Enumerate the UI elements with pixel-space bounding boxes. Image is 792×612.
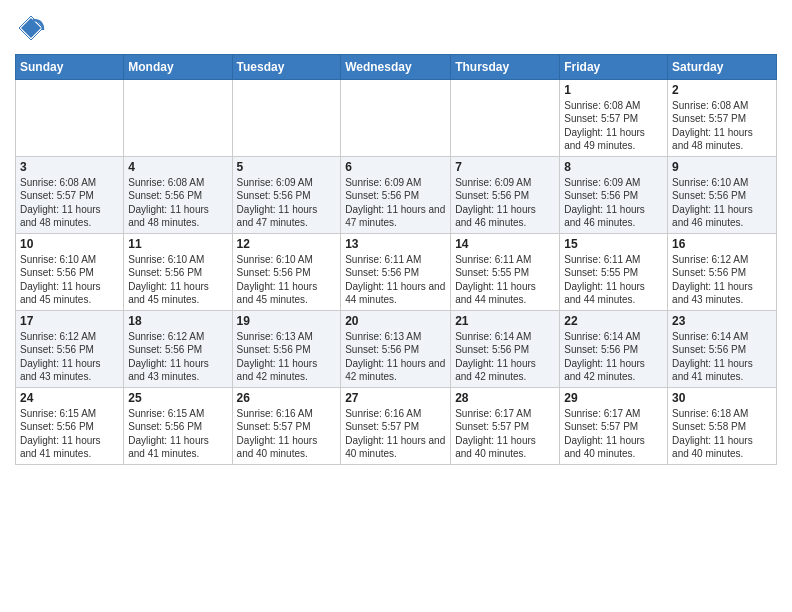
day-number: 18: [128, 314, 227, 328]
weekday-header-thursday: Thursday: [451, 54, 560, 79]
day-info: Sunrise: 6:17 AMSunset: 5:57 PMDaylight:…: [564, 407, 663, 461]
day-info: Sunrise: 6:11 AMSunset: 5:56 PMDaylight:…: [345, 253, 446, 307]
weekday-header-row: SundayMondayTuesdayWednesdayThursdayFrid…: [16, 54, 777, 79]
day-number: 26: [237, 391, 337, 405]
day-cell: 11Sunrise: 6:10 AMSunset: 5:56 PMDayligh…: [124, 233, 232, 310]
day-number: 5: [237, 160, 337, 174]
day-number: 7: [455, 160, 555, 174]
logo-icon: [17, 14, 45, 42]
day-info: Sunrise: 6:09 AMSunset: 5:56 PMDaylight:…: [237, 176, 337, 230]
day-cell: [124, 79, 232, 156]
day-number: 28: [455, 391, 555, 405]
day-number: 8: [564, 160, 663, 174]
day-cell: 23Sunrise: 6:14 AMSunset: 5:56 PMDayligh…: [668, 310, 777, 387]
day-cell: 24Sunrise: 6:15 AMSunset: 5:56 PMDayligh…: [16, 387, 124, 464]
day-number: 3: [20, 160, 119, 174]
day-cell: 25Sunrise: 6:15 AMSunset: 5:56 PMDayligh…: [124, 387, 232, 464]
day-cell: 12Sunrise: 6:10 AMSunset: 5:56 PMDayligh…: [232, 233, 341, 310]
day-info: Sunrise: 6:09 AMSunset: 5:56 PMDaylight:…: [455, 176, 555, 230]
day-info: Sunrise: 6:08 AMSunset: 5:57 PMDaylight:…: [672, 99, 772, 153]
day-info: Sunrise: 6:14 AMSunset: 5:56 PMDaylight:…: [455, 330, 555, 384]
day-cell: [451, 79, 560, 156]
day-cell: 13Sunrise: 6:11 AMSunset: 5:56 PMDayligh…: [341, 233, 451, 310]
day-info: Sunrise: 6:11 AMSunset: 5:55 PMDaylight:…: [564, 253, 663, 307]
day-cell: 22Sunrise: 6:14 AMSunset: 5:56 PMDayligh…: [560, 310, 668, 387]
header: [15, 10, 777, 46]
day-number: 9: [672, 160, 772, 174]
weekday-header-tuesday: Tuesday: [232, 54, 341, 79]
day-number: 2: [672, 83, 772, 97]
day-info: Sunrise: 6:16 AMSunset: 5:57 PMDaylight:…: [345, 407, 446, 461]
day-number: 30: [672, 391, 772, 405]
day-cell: 10Sunrise: 6:10 AMSunset: 5:56 PMDayligh…: [16, 233, 124, 310]
day-info: Sunrise: 6:17 AMSunset: 5:57 PMDaylight:…: [455, 407, 555, 461]
weekday-header-sunday: Sunday: [16, 54, 124, 79]
day-info: Sunrise: 6:09 AMSunset: 5:56 PMDaylight:…: [345, 176, 446, 230]
day-number: 27: [345, 391, 446, 405]
day-cell: 18Sunrise: 6:12 AMSunset: 5:56 PMDayligh…: [124, 310, 232, 387]
week-row-3: 10Sunrise: 6:10 AMSunset: 5:56 PMDayligh…: [16, 233, 777, 310]
day-number: 19: [237, 314, 337, 328]
day-info: Sunrise: 6:12 AMSunset: 5:56 PMDaylight:…: [128, 330, 227, 384]
day-cell: [232, 79, 341, 156]
day-number: 15: [564, 237, 663, 251]
day-info: Sunrise: 6:13 AMSunset: 5:56 PMDaylight:…: [345, 330, 446, 384]
day-cell: 21Sunrise: 6:14 AMSunset: 5:56 PMDayligh…: [451, 310, 560, 387]
logo-text: [15, 14, 45, 46]
day-info: Sunrise: 6:12 AMSunset: 5:56 PMDaylight:…: [672, 253, 772, 307]
day-cell: 9Sunrise: 6:10 AMSunset: 5:56 PMDaylight…: [668, 156, 777, 233]
logo: [15, 14, 45, 46]
day-cell: 20Sunrise: 6:13 AMSunset: 5:56 PMDayligh…: [341, 310, 451, 387]
day-info: Sunrise: 6:08 AMSunset: 5:57 PMDaylight:…: [20, 176, 119, 230]
day-number: 20: [345, 314, 446, 328]
day-cell: 3Sunrise: 6:08 AMSunset: 5:57 PMDaylight…: [16, 156, 124, 233]
day-info: Sunrise: 6:15 AMSunset: 5:56 PMDaylight:…: [128, 407, 227, 461]
day-cell: 14Sunrise: 6:11 AMSunset: 5:55 PMDayligh…: [451, 233, 560, 310]
day-number: 21: [455, 314, 555, 328]
day-cell: 4Sunrise: 6:08 AMSunset: 5:56 PMDaylight…: [124, 156, 232, 233]
day-number: 10: [20, 237, 119, 251]
day-cell: 17Sunrise: 6:12 AMSunset: 5:56 PMDayligh…: [16, 310, 124, 387]
day-info: Sunrise: 6:10 AMSunset: 5:56 PMDaylight:…: [237, 253, 337, 307]
week-row-4: 17Sunrise: 6:12 AMSunset: 5:56 PMDayligh…: [16, 310, 777, 387]
day-info: Sunrise: 6:14 AMSunset: 5:56 PMDaylight:…: [564, 330, 663, 384]
day-number: 24: [20, 391, 119, 405]
weekday-header-friday: Friday: [560, 54, 668, 79]
day-number: 1: [564, 83, 663, 97]
weekday-header-saturday: Saturday: [668, 54, 777, 79]
day-number: 13: [345, 237, 446, 251]
day-cell: 29Sunrise: 6:17 AMSunset: 5:57 PMDayligh…: [560, 387, 668, 464]
day-number: 14: [455, 237, 555, 251]
day-cell: 15Sunrise: 6:11 AMSunset: 5:55 PMDayligh…: [560, 233, 668, 310]
weekday-header-wednesday: Wednesday: [341, 54, 451, 79]
day-cell: 2Sunrise: 6:08 AMSunset: 5:57 PMDaylight…: [668, 79, 777, 156]
day-info: Sunrise: 6:14 AMSunset: 5:56 PMDaylight:…: [672, 330, 772, 384]
day-number: 17: [20, 314, 119, 328]
day-cell: 26Sunrise: 6:16 AMSunset: 5:57 PMDayligh…: [232, 387, 341, 464]
day-info: Sunrise: 6:09 AMSunset: 5:56 PMDaylight:…: [564, 176, 663, 230]
day-info: Sunrise: 6:10 AMSunset: 5:56 PMDaylight:…: [128, 253, 227, 307]
day-number: 11: [128, 237, 227, 251]
day-info: Sunrise: 6:12 AMSunset: 5:56 PMDaylight:…: [20, 330, 119, 384]
day-info: Sunrise: 6:11 AMSunset: 5:55 PMDaylight:…: [455, 253, 555, 307]
day-cell: 30Sunrise: 6:18 AMSunset: 5:58 PMDayligh…: [668, 387, 777, 464]
day-number: 29: [564, 391, 663, 405]
day-cell: 7Sunrise: 6:09 AMSunset: 5:56 PMDaylight…: [451, 156, 560, 233]
day-number: 6: [345, 160, 446, 174]
day-cell: 1Sunrise: 6:08 AMSunset: 5:57 PMDaylight…: [560, 79, 668, 156]
week-row-1: 1Sunrise: 6:08 AMSunset: 5:57 PMDaylight…: [16, 79, 777, 156]
day-number: 23: [672, 314, 772, 328]
day-number: 12: [237, 237, 337, 251]
day-cell: 19Sunrise: 6:13 AMSunset: 5:56 PMDayligh…: [232, 310, 341, 387]
day-cell: 6Sunrise: 6:09 AMSunset: 5:56 PMDaylight…: [341, 156, 451, 233]
day-info: Sunrise: 6:08 AMSunset: 5:57 PMDaylight:…: [564, 99, 663, 153]
day-cell: [341, 79, 451, 156]
weekday-header-monday: Monday: [124, 54, 232, 79]
day-cell: [16, 79, 124, 156]
day-number: 4: [128, 160, 227, 174]
day-info: Sunrise: 6:13 AMSunset: 5:56 PMDaylight:…: [237, 330, 337, 384]
day-info: Sunrise: 6:16 AMSunset: 5:57 PMDaylight:…: [237, 407, 337, 461]
day-info: Sunrise: 6:18 AMSunset: 5:58 PMDaylight:…: [672, 407, 772, 461]
day-cell: 27Sunrise: 6:16 AMSunset: 5:57 PMDayligh…: [341, 387, 451, 464]
day-info: Sunrise: 6:10 AMSunset: 5:56 PMDaylight:…: [672, 176, 772, 230]
